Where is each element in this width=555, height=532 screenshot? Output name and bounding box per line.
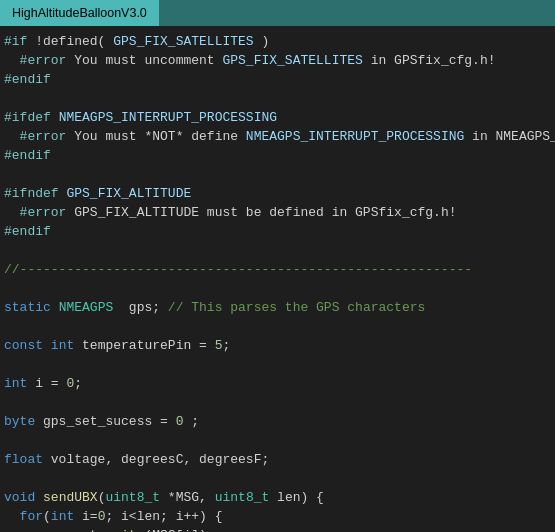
code-line: gps_port.write(MSG[i]); [4, 526, 551, 532]
code-line [4, 317, 551, 336]
code-line: static NMEAGPS gps; // This parses the G… [4, 298, 551, 317]
code-line: #error GPS_FIX_ALTITUDE must be defined … [4, 203, 551, 222]
code-line: //--------------------------------------… [4, 260, 551, 279]
code-line [4, 355, 551, 374]
active-tab[interactable]: HighAltitudeBalloonV3.0 [0, 0, 159, 26]
code-line: #ifndef GPS_FIX_ALTITUDE [4, 184, 551, 203]
code-line: #error You must uncomment GPS_FIX_SATELL… [4, 51, 551, 70]
code-line [4, 89, 551, 108]
code-line [4, 165, 551, 184]
tab-label: HighAltitudeBalloonV3.0 [12, 6, 147, 20]
code-line: float voltage, degreesC, degreesF; [4, 450, 551, 469]
code-line: const int temperaturePin = 5; [4, 336, 551, 355]
code-line [4, 393, 551, 412]
code-line: #endif [4, 146, 551, 165]
code-editor: #if !defined( GPS_FIX_SATELLITES ) #erro… [0, 26, 555, 532]
code-line: for(int i=0; i<len; i++) { [4, 507, 551, 526]
code-line: void sendUBX(uint8_t *MSG, uint8_t len) … [4, 488, 551, 507]
code-line: #ifdef NMEAGPS_INTERRUPT_PROCESSING [4, 108, 551, 127]
code-line [4, 431, 551, 450]
code-line: int i = 0; [4, 374, 551, 393]
code-line [4, 279, 551, 298]
window: HighAltitudeBalloonV3.0 #if !defined( GP… [0, 0, 555, 532]
code-line [4, 241, 551, 260]
code-line: byte gps_set_sucess = 0 ; [4, 412, 551, 431]
tab-bar: HighAltitudeBalloonV3.0 [0, 0, 555, 26]
code-line: #error You must *NOT* define NMEAGPS_INT… [4, 127, 551, 146]
code-line: #endif [4, 70, 551, 89]
code-line: #if !defined( GPS_FIX_SATELLITES ) [4, 32, 551, 51]
code-line [4, 469, 551, 488]
code-line: #endif [4, 222, 551, 241]
